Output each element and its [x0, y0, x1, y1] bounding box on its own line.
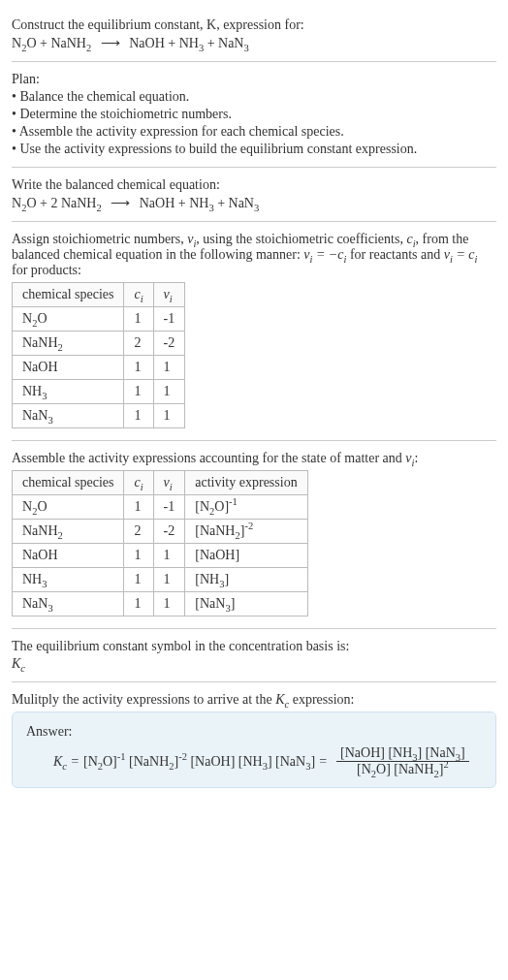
equals-sign: = [319, 754, 327, 770]
cell-species: NaOH [13, 544, 124, 568]
assign-text-e: for products: [12, 263, 81, 277]
cell-ci: 1 [124, 544, 153, 568]
table-row: NaN311[NaN3] [13, 592, 308, 616]
plan-title: Plan: [12, 72, 496, 87]
intro-text: Construct the equilibrium constant, K, e… [12, 17, 304, 32]
plan-bullet-text: Balance the chemical equation. [19, 89, 189, 104]
plan-section: Plan: • Balance the chemical equation. •… [12, 62, 496, 168]
cell-vi: 1 [153, 404, 185, 428]
plan-bullet-text: Determine the stoichiometric numbers. [19, 107, 232, 121]
final-title-a: Mulitply the activity expressions to arr… [12, 692, 275, 707]
kc-symbol: Kc [12, 656, 496, 672]
table-row: NaOH11 [13, 356, 185, 380]
table-row: N2O1-1 [13, 307, 185, 332]
cell-species: NH3 [13, 568, 124, 592]
col-vi: νi [153, 283, 185, 307]
cell-ci: 2 [124, 332, 153, 356]
kc-fraction: [NaOH] [NH3] [NaN3] [N2O] [NaNH2]2 [336, 745, 469, 777]
answer-box: Answer: Kc = [N2O]-1 [NaNH2]-2 [NaOH] [N… [12, 711, 496, 788]
species-naoh: NaOH [129, 36, 165, 50]
stoichiometry-table: chemical species ci νi N2O1-1 NaNH22-2 N… [12, 282, 185, 428]
cell-species: NaNH2 [13, 520, 124, 544]
cell-species: NaNH2 [13, 332, 124, 356]
kc-numerator: [NaOH] [NH3] [NaN3] [336, 745, 469, 762]
nu-eq-c: νi = ci [444, 247, 478, 262]
table-row: N2O1-1[N2O]-1 [13, 495, 308, 520]
assign-text-d: for reactants and [346, 247, 443, 262]
cell-vi: 1 [153, 356, 185, 380]
kc-lhs: Kc = [53, 754, 79, 770]
nu-symbol: νi [405, 451, 414, 465]
kc-expression: Kc = [N2O]-1 [NaNH2]-2 [NaOH] [NH3] [NaN… [26, 745, 482, 777]
species-n2o: N2O [12, 196, 37, 210]
nu-eq-neg-c: νi = −ci [303, 247, 346, 262]
cell-vi: 1 [153, 544, 185, 568]
cell-species: NH3 [13, 380, 124, 404]
species-nanh2: NaNH2 [61, 196, 102, 210]
final-section: Mulitply the activity expressions to arr… [12, 682, 496, 796]
cell-species: NaN3 [13, 592, 124, 616]
col-vi: νi [153, 471, 185, 495]
plan-bullet-text: Use the activity expressions to build th… [19, 142, 417, 156]
col-ci: ci [124, 283, 153, 307]
intro-section: Construct the equilibrium constant, K, e… [12, 8, 496, 62]
cell-species: N2O [13, 307, 124, 332]
cell-species: NaN3 [13, 404, 124, 428]
activity-section: Assemble the activity expressions accoun… [12, 441, 496, 629]
species-naoh: NaOH [140, 196, 175, 210]
cell-activity: [NaNH2]-2 [185, 520, 307, 544]
kc-product-form: [N2O]-1 [NaNH2]-2 [NaOH] [NH3] [NaN3] [83, 754, 315, 770]
cell-vi: -2 [153, 520, 185, 544]
col-ci: ci [124, 471, 153, 495]
cell-vi: -1 [153, 495, 185, 520]
cell-activity: [NH3] [185, 568, 307, 592]
intro-prompt: Construct the equilibrium constant, K, e… [12, 17, 496, 33]
final-title: Mulitply the activity expressions to arr… [12, 692, 496, 708]
activity-table: chemical species ci νi activity expressi… [12, 470, 308, 616]
table-row: NaN311 [13, 404, 185, 428]
cell-ci: 1 [124, 356, 153, 380]
kc-inline: Kc [275, 692, 289, 707]
kc-symbol-title: The equilibrium constant symbol in the c… [12, 639, 496, 654]
assign-text: Assign stoichiometric numbers, νi, using… [12, 232, 496, 278]
reaction-arrow-icon: ⟶ [105, 196, 136, 210]
cell-ci: 1 [124, 307, 153, 332]
table-row: NaOH11[NaOH] [13, 544, 308, 568]
cell-ci: 1 [124, 380, 153, 404]
answer-label: Answer: [26, 724, 482, 740]
cell-species: NaOH [13, 356, 124, 380]
col-species: chemical species [13, 471, 124, 495]
table-row: NH311 [13, 380, 185, 404]
plan-bullet: • Balance the chemical equation. [12, 89, 496, 105]
table-header-row: chemical species ci νi [13, 283, 185, 307]
activity-title-text: Assemble the activity expressions accoun… [12, 451, 405, 465]
kc-symbol-section: The equilibrium constant symbol in the c… [12, 629, 496, 682]
final-title-b: expression: [289, 692, 354, 707]
plan-bullet: • Use the activity expressions to build … [12, 142, 496, 157]
kc-denominator: [N2O] [NaNH2]2 [336, 762, 469, 777]
cell-vi: -1 [153, 307, 185, 332]
reaction-arrow-icon: ⟶ [95, 36, 126, 50]
table-row: NaNH22-2[NaNH2]-2 [13, 520, 308, 544]
species-n2o: N2O [12, 36, 37, 50]
c-symbol: ci [406, 232, 415, 246]
assign-text-a: Assign stoichiometric numbers, [12, 232, 187, 246]
cell-ci: 1 [124, 568, 153, 592]
unbalanced-equation: N2O + NaNH2 ⟶ NaOH + NH3 + NaN3 [12, 35, 496, 51]
cell-activity: [N2O]-1 [185, 495, 307, 520]
plan-bullet-text: Assemble the activity expression for eac… [19, 124, 344, 139]
plan-bullet: • Determine the stoichiometric numbers. [12, 107, 496, 122]
cell-vi: 1 [153, 592, 185, 616]
cell-activity: [NaOH] [185, 544, 307, 568]
balanced-section: Write the balanced chemical equation: N2… [12, 168, 496, 222]
cell-vi: 1 [153, 568, 185, 592]
col-species: chemical species [13, 283, 124, 307]
assign-text-b: , using the stoichiometric coefficients, [196, 232, 406, 246]
species-nan3: NaN3 [229, 196, 260, 210]
cell-ci: 1 [124, 495, 153, 520]
table-row: NaNH22-2 [13, 332, 185, 356]
table-row: NH311[NH3] [13, 568, 308, 592]
cell-ci: 1 [124, 592, 153, 616]
cell-vi: -2 [153, 332, 185, 356]
cell-vi: 1 [153, 380, 185, 404]
